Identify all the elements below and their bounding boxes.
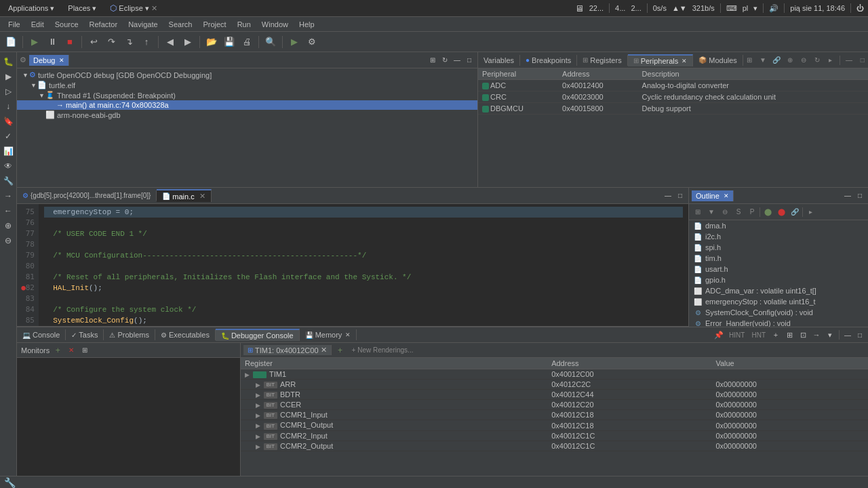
sidebar-bookmark-icon[interactable]: 🔖 — [1, 115, 15, 128]
outline-item[interactable]: 📄i2c.h — [689, 231, 868, 242]
outline-item[interactable]: ⬜ADC_dma_var : volatile uint16_t[] — [689, 285, 868, 296]
step-over-button[interactable]: ↷ — [103, 35, 119, 49]
tab-peripherals-close[interactable]: ✕ — [682, 58, 687, 64]
code-line[interactable] — [44, 261, 683, 272]
vars-tb-link[interactable]: 🔗 — [770, 54, 783, 66]
bottom-tab-console[interactable]: 💻 Console — [17, 329, 66, 340]
save-button[interactable]: 💾 — [221, 35, 237, 49]
step-out-button[interactable]: ↑ — [138, 35, 155, 49]
vars-tb-more[interactable]: ▸ — [825, 54, 837, 66]
sidebar-expand-icon[interactable]: ⊕ — [1, 219, 15, 232]
prev-button[interactable]: ◀ — [162, 35, 178, 49]
tree-debugger[interactable]: ⬜ arm-none-eabi-gdb — [17, 110, 477, 120]
debug-stop-button[interactable]: ■ — [62, 35, 78, 49]
debug-minimize[interactable]: — — [452, 55, 462, 66]
outline-more[interactable]: ▸ — [804, 206, 816, 218]
bottom-tab-debugger[interactable]: 🐛 Debugger Console — [216, 329, 300, 341]
outline-hide-nonpub[interactable]: P — [746, 206, 758, 218]
reg-new-rendering[interactable]: + New Renderings... — [349, 346, 416, 354]
reg-add-btn[interactable]: + — [334, 344, 347, 357]
bottom-hint2-btn[interactable]: HNT — [749, 331, 768, 339]
vars-tb-refresh[interactable]: ↻ — [811, 54, 823, 66]
debug-tab[interactable]: Debug ✕ — [29, 55, 69, 66]
bottom-nxt-btn[interactable]: → — [810, 329, 823, 341]
outline-maximize[interactable]: □ — [854, 190, 865, 201]
outline-item[interactable]: ⚙Error_Handler(void) : void — [689, 318, 868, 327]
bottom-maximize[interactable]: □ — [854, 329, 865, 340]
tab-peripherals[interactable]: ⊞ Peripherals ✕ — [628, 54, 694, 66]
step-return-button[interactable]: ↩ — [85, 35, 102, 49]
bottom-tab-problems[interactable]: ⚠ Problems — [104, 329, 155, 340]
code-tab-gdb[interactable]: ⚙ {gdb[5].proc[42000]...thread[1].frame[… — [17, 190, 157, 201]
code-tab-main[interactable]: 📄 main.c ✕ — [157, 189, 211, 202]
code-minimize[interactable]: — — [663, 190, 673, 201]
tree-thread[interactable]: ▼ 🧵 Thread #1 (Suspended: Breakpoint) — [17, 90, 477, 100]
outline-sort-btn[interactable]: ⊞ — [692, 206, 704, 218]
reg-row[interactable]: ▶TIM10x40012C00 — [241, 369, 868, 380]
code-line[interactable] — [44, 218, 683, 228]
outline-tab[interactable]: Outline ✕ — [692, 190, 734, 201]
code-line[interactable]: /* MCU Configuration--------------------… — [44, 250, 683, 261]
outline-minimize[interactable]: — — [842, 190, 853, 201]
sidebar-arrow1-icon[interactable]: ▶ — [1, 70, 15, 83]
eclipse-menu[interactable]: ⬡ Eclipse ▾ ✕ — [106, 2, 161, 14]
debug-tab-close[interactable]: ✕ — [59, 57, 64, 64]
code-line[interactable]: SystemClock_Config(); — [44, 315, 683, 326]
reg-tab-close[interactable]: ✕ — [321, 346, 327, 354]
reg-expand-icon[interactable]: ▶ — [256, 443, 264, 450]
outline-item[interactable]: 📄tim.h — [689, 253, 868, 264]
sidebar-step-icon[interactable]: ↓ — [1, 100, 15, 113]
breakpoint-marker[interactable]: ● — [21, 283, 26, 292]
tree-frame[interactable]: → main() at main.c:74 0x800328a — [17, 100, 477, 110]
tab-breakpoints[interactable]: ● Breakpoints — [520, 55, 577, 66]
tab-variables[interactable]: Variables — [478, 55, 520, 66]
menu-edit[interactable]: Edit — [26, 19, 50, 30]
periph-row[interactable]: ADC0x40012400Analog-to-digital converter — [478, 80, 868, 92]
bottom-tab-memory[interactable]: 💾 Memory ✕ — [300, 329, 357, 340]
bottom-table-btn[interactable]: ⊞ — [783, 329, 795, 341]
code-line[interactable] — [44, 293, 683, 304]
bottom-hint-btn[interactable]: HINT — [726, 331, 747, 339]
periph-row[interactable]: DBGMCU0x40015800Debug support — [478, 103, 868, 115]
sidebar-debug-icon[interactable]: 🐛 — [1, 55, 15, 68]
reg-expand-icon[interactable]: ▶ — [256, 433, 264, 440]
sidebar-collapse-icon[interactable]: ⊖ — [1, 234, 15, 247]
menu-help[interactable]: Help — [294, 19, 320, 30]
sidebar-var-icon[interactable]: 📊 — [1, 144, 15, 158]
menu-run[interactable]: Run — [232, 19, 256, 30]
sidebar-next-icon[interactable]: → — [1, 189, 15, 203]
menu-refactor[interactable]: Refactor — [84, 19, 123, 30]
reg-expand-icon[interactable]: ▶ — [256, 392, 264, 399]
tree-elf[interactable]: ▼ 📄 turtle.elf — [17, 80, 477, 90]
debug-action2[interactable]: ↻ — [439, 55, 450, 66]
menu-source[interactable]: Source — [50, 19, 84, 30]
outline-hide-fields[interactable]: ⊖ — [719, 206, 731, 218]
bottom-tab-executables[interactable]: ⚙ Executables — [155, 329, 216, 340]
menu-window[interactable]: Window — [256, 19, 294, 30]
new-button[interactable]: 📄 — [3, 35, 19, 49]
menu-file[interactable]: File — [3, 19, 26, 30]
outline-expand-all[interactable]: ⬤ — [762, 206, 774, 218]
code-text[interactable]: emergencyStop = 0; /* USER CODE END 1 */… — [39, 204, 688, 326]
print-button[interactable]: 🖨 — [239, 35, 255, 49]
outline-item[interactable]: 📄dma.h — [689, 220, 868, 231]
code-line[interactable]: /* Configure the system clock */ — [44, 304, 683, 315]
outline-run[interactable]: ⬤ — [775, 206, 787, 218]
tree-session[interactable]: ▼ ⚙ turtle OpenOCD debug [GDB OpenOCD De… — [17, 70, 477, 80]
applications-menu[interactable]: Applications ▾ — [4, 3, 58, 14]
monitors-del-btn[interactable]: ✕ — [66, 345, 77, 356]
vars-tb-filter[interactable]: ▼ — [757, 54, 769, 66]
code-maximize[interactable]: □ — [675, 190, 686, 201]
reg-row[interactable]: ▶BITCCMR2_Output0x40012C1C0x00000000 — [241, 441, 868, 451]
reg-expand-icon[interactable]: ▶ — [245, 371, 253, 378]
run-button[interactable]: ▶ — [286, 35, 302, 49]
debug-pause-button[interactable]: ⏸ — [44, 35, 60, 49]
vars-tb-minimize[interactable]: — — [843, 54, 855, 66]
outline-filter-btn[interactable]: ▼ — [705, 206, 717, 218]
reg-tab-tim1[interactable]: ⊞ TIM1: 0x40012C00 ✕ — [243, 345, 332, 355]
bottom-view-btn[interactable]: ⊡ — [797, 329, 809, 341]
debug-run-button[interactable]: ▶ — [26, 35, 43, 49]
menu-navigate[interactable]: Navigate — [123, 19, 163, 30]
outline-item[interactable]: ⚙SystemClock_Config(void) : void — [689, 307, 868, 318]
reg-row[interactable]: ▶BITCCMR2_Input0x40012C1C0x00000000 — [241, 430, 868, 441]
